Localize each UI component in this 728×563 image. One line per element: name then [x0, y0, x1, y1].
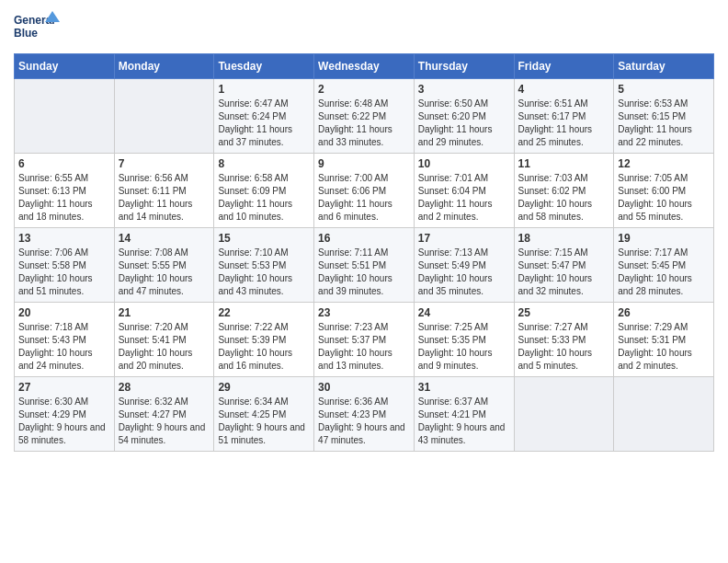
day-number: 3 [418, 83, 510, 96]
day-info: Sunrise: 7:18 AMSunset: 5:43 PMDaylight:… [18, 321, 110, 373]
day-number: 23 [318, 306, 410, 319]
day-number: 22 [218, 306, 310, 319]
day-number: 15 [218, 232, 310, 245]
calendar-cell: 22Sunrise: 7:22 AMSunset: 5:39 PMDayligh… [214, 303, 314, 377]
calendar-cell: 7Sunrise: 6:56 AMSunset: 6:11 PMDaylight… [114, 154, 214, 228]
calendar-cell: 25Sunrise: 7:27 AMSunset: 5:33 PMDayligh… [514, 303, 614, 377]
week-row-2: 6Sunrise: 6:55 AMSunset: 6:13 PMDaylight… [15, 154, 714, 228]
calendar-cell: 17Sunrise: 7:13 AMSunset: 5:49 PMDayligh… [414, 228, 514, 303]
day-info: Sunrise: 6:36 AMSunset: 4:23 PMDaylight:… [318, 396, 410, 447]
calendar-cell: 23Sunrise: 7:23 AMSunset: 5:37 PMDayligh… [314, 303, 415, 377]
weekday-header-monday: Monday [114, 54, 214, 79]
calendar-cell: 18Sunrise: 7:15 AMSunset: 5:47 PMDayligh… [514, 228, 614, 303]
calendar-cell: 1Sunrise: 6:47 AMSunset: 6:24 PMDaylight… [214, 79, 314, 154]
calendar-cell [514, 377, 614, 452]
day-number: 7 [119, 157, 210, 170]
day-info: Sunrise: 7:10 AMSunset: 5:53 PMDaylight:… [218, 247, 310, 298]
day-info: Sunrise: 6:51 AMSunset: 6:17 PMDaylight:… [518, 98, 610, 149]
calendar-cell: 30Sunrise: 6:36 AMSunset: 4:23 PMDayligh… [314, 377, 415, 452]
calendar-cell: 19Sunrise: 7:17 AMSunset: 5:45 PMDayligh… [614, 228, 714, 303]
calendar-cell: 9Sunrise: 7:00 AMSunset: 6:06 PMDaylight… [314, 154, 415, 228]
day-number: 13 [18, 232, 110, 245]
day-info: Sunrise: 6:32 AMSunset: 4:27 PMDaylight:… [119, 396, 210, 447]
calendar-cell: 13Sunrise: 7:06 AMSunset: 5:58 PMDayligh… [15, 228, 115, 303]
weekday-header-friday: Friday [514, 54, 614, 79]
day-info: Sunrise: 7:15 AMSunset: 5:47 PMDaylight:… [518, 247, 610, 298]
svg-text:Blue: Blue [14, 27, 38, 40]
calendar-cell: 26Sunrise: 7:29 AMSunset: 5:31 PMDayligh… [614, 303, 714, 377]
week-row-3: 13Sunrise: 7:06 AMSunset: 5:58 PMDayligh… [15, 228, 714, 303]
weekday-header-thursday: Thursday [414, 54, 514, 79]
day-info: Sunrise: 7:13 AMSunset: 5:49 PMDaylight:… [418, 247, 510, 298]
day-info: Sunrise: 6:56 AMSunset: 6:11 PMDaylight:… [119, 172, 210, 224]
day-info: Sunrise: 7:17 AMSunset: 5:45 PMDaylight:… [618, 247, 710, 298]
calendar-cell: 10Sunrise: 7:01 AMSunset: 6:04 PMDayligh… [414, 154, 514, 228]
day-info: Sunrise: 7:25 AMSunset: 5:35 PMDaylight:… [418, 321, 510, 373]
day-info: Sunrise: 6:55 AMSunset: 6:13 PMDaylight:… [18, 172, 110, 224]
calendar-cell: 28Sunrise: 6:32 AMSunset: 4:27 PMDayligh… [114, 377, 214, 452]
day-info: Sunrise: 7:20 AMSunset: 5:41 PMDaylight:… [119, 321, 210, 373]
day-number: 29 [218, 381, 310, 394]
calendar-cell: 14Sunrise: 7:08 AMSunset: 5:55 PMDayligh… [114, 228, 214, 303]
day-number: 24 [418, 306, 510, 319]
calendar-cell: 31Sunrise: 6:37 AMSunset: 4:21 PMDayligh… [414, 377, 514, 452]
calendar-container: General Blue SundayMondayTuesdayWednesda… [0, 0, 728, 465]
calendar-cell [114, 79, 214, 154]
day-info: Sunrise: 7:23 AMSunset: 5:37 PMDaylight:… [318, 321, 410, 373]
day-info: Sunrise: 6:58 AMSunset: 6:09 PMDaylight:… [218, 172, 310, 224]
day-number: 17 [418, 232, 510, 245]
day-number: 4 [518, 83, 610, 96]
day-info: Sunrise: 6:37 AMSunset: 4:21 PMDaylight:… [418, 396, 510, 447]
day-number: 12 [618, 157, 710, 170]
calendar-cell: 27Sunrise: 6:30 AMSunset: 4:29 PMDayligh… [15, 377, 115, 452]
calendar-cell: 4Sunrise: 6:51 AMSunset: 6:17 PMDaylight… [514, 79, 614, 154]
day-number: 28 [119, 381, 210, 394]
day-number: 16 [318, 232, 410, 245]
day-info: Sunrise: 7:06 AMSunset: 5:58 PMDaylight:… [18, 247, 110, 298]
day-info: Sunrise: 7:08 AMSunset: 5:55 PMDaylight:… [119, 247, 210, 298]
day-info: Sunrise: 6:47 AMSunset: 6:24 PMDaylight:… [218, 98, 310, 149]
calendar-cell: 3Sunrise: 6:50 AMSunset: 6:20 PMDaylight… [414, 79, 514, 154]
calendar-cell: 20Sunrise: 7:18 AMSunset: 5:43 PMDayligh… [15, 303, 115, 377]
weekday-header-sunday: Sunday [15, 54, 115, 79]
day-number: 2 [318, 83, 410, 96]
day-info: Sunrise: 7:27 AMSunset: 5:33 PMDaylight:… [518, 321, 610, 373]
day-info: Sunrise: 7:29 AMSunset: 5:31 PMDaylight:… [618, 321, 710, 373]
calendar-cell: 5Sunrise: 6:53 AMSunset: 6:15 PMDaylight… [614, 79, 714, 154]
day-number: 27 [18, 381, 110, 394]
day-info: Sunrise: 7:03 AMSunset: 6:02 PMDaylight:… [518, 172, 610, 224]
day-number: 5 [618, 83, 710, 96]
day-number: 1 [218, 83, 310, 96]
day-number: 25 [518, 306, 610, 319]
calendar-cell: 29Sunrise: 6:34 AMSunset: 4:25 PMDayligh… [214, 377, 314, 452]
calendar-cell: 2Sunrise: 6:48 AMSunset: 6:22 PMDaylight… [314, 79, 415, 154]
day-info: Sunrise: 6:50 AMSunset: 6:20 PMDaylight:… [418, 98, 510, 149]
calendar-cell [614, 377, 714, 452]
calendar-cell: 15Sunrise: 7:10 AMSunset: 5:53 PMDayligh… [214, 228, 314, 303]
calendar-cell: 6Sunrise: 6:55 AMSunset: 6:13 PMDaylight… [15, 154, 115, 228]
day-number: 14 [119, 232, 210, 245]
day-number: 9 [318, 157, 410, 170]
calendar-table: SundayMondayTuesdayWednesdayThursdayFrid… [14, 53, 714, 452]
calendar-cell: 11Sunrise: 7:03 AMSunset: 6:02 PMDayligh… [514, 154, 614, 228]
day-number: 19 [618, 232, 710, 245]
day-number: 20 [18, 306, 110, 319]
day-info: Sunrise: 7:00 AMSunset: 6:06 PMDaylight:… [318, 172, 410, 224]
week-row-5: 27Sunrise: 6:30 AMSunset: 4:29 PMDayligh… [15, 377, 714, 452]
weekday-header-wednesday: Wednesday [314, 54, 415, 79]
week-row-1: 1Sunrise: 6:47 AMSunset: 6:24 PMDaylight… [15, 79, 714, 154]
logo-svg: General Blue [14, 9, 60, 46]
day-number: 11 [518, 157, 610, 170]
day-number: 18 [518, 232, 610, 245]
day-info: Sunrise: 6:48 AMSunset: 6:22 PMDaylight:… [318, 98, 410, 149]
calendar-cell: 21Sunrise: 7:20 AMSunset: 5:41 PMDayligh… [114, 303, 214, 377]
calendar-cell: 8Sunrise: 6:58 AMSunset: 6:09 PMDaylight… [214, 154, 314, 228]
calendar-cell: 24Sunrise: 7:25 AMSunset: 5:35 PMDayligh… [414, 303, 514, 377]
day-number: 21 [119, 306, 210, 319]
day-number: 10 [418, 157, 510, 170]
logo: General Blue [14, 9, 60, 46]
day-info: Sunrise: 7:22 AMSunset: 5:39 PMDaylight:… [218, 321, 310, 373]
day-number: 31 [418, 381, 510, 394]
day-number: 30 [318, 381, 410, 394]
weekday-header-saturday: Saturday [614, 54, 714, 79]
